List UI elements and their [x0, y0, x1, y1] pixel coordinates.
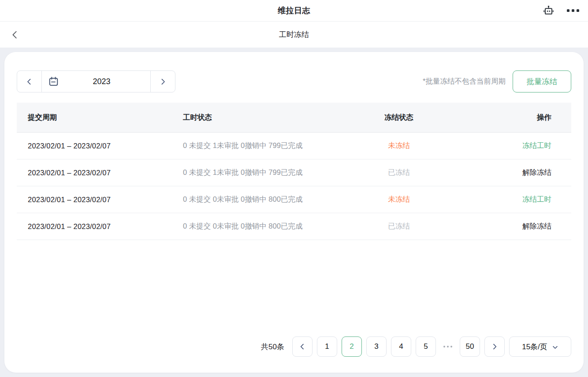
- toolbar-right: *批量冻结不包含当前周期 批量冻结: [423, 70, 571, 92]
- batch-freeze-note: *批量冻结不包含当前周期: [423, 77, 506, 86]
- status-cell: 0 未提交 1未审批 0撤销中 799已完成: [183, 141, 348, 151]
- page-button-1[interactable]: 1: [317, 336, 337, 357]
- freeze-action-link[interactable]: 冻结工时: [450, 141, 571, 151]
- year-display[interactable]: 2023: [42, 71, 150, 92]
- unfreeze-action-link[interactable]: 解除冻结: [450, 222, 571, 231]
- freeze-status-badge: 已冻结: [348, 222, 450, 231]
- year-prev-button[interactable]: [17, 71, 42, 92]
- page-nav-bar: 工时冻结: [0, 22, 588, 48]
- col-header-action: 操作: [450, 113, 571, 122]
- page-size-value: 15条/页: [522, 342, 547, 352]
- page-button-5[interactable]: 5: [416, 336, 436, 357]
- more-icon[interactable]: [567, 9, 579, 12]
- app-title: 维拉日志: [278, 5, 310, 16]
- period-cell: 2023/02/01 – 2023/02/07: [28, 169, 183, 177]
- freeze-status-badge: 未冻结: [348, 195, 450, 204]
- table-row: 2023/02/01 – 2023/02/07 0 未提交 1未审批 0撤销中 …: [17, 133, 571, 159]
- status-cell: 0 未提交 0未审批 0撤销中 800已完成: [183, 195, 348, 204]
- calendar-icon: [48, 76, 59, 87]
- col-header-freeze-status: 冻结状态: [348, 113, 450, 122]
- period-cell: 2023/02/01 – 2023/02/07: [28, 142, 183, 150]
- year-value: 2023: [59, 77, 144, 86]
- page-button-4[interactable]: 4: [391, 336, 411, 357]
- page-button-2-active[interactable]: 2: [342, 336, 362, 357]
- year-next-button[interactable]: [150, 71, 175, 92]
- pages-ellipsis-icon[interactable]: [440, 346, 455, 347]
- app-title-bar: 维拉日志: [0, 0, 588, 22]
- table-row: 2023/02/01 – 2023/02/07 0 未提交 0未审批 0撤销中 …: [17, 186, 571, 213]
- next-page-button[interactable]: [484, 336, 505, 357]
- appbar-actions: [543, 0, 579, 21]
- period-cell: 2023/02/01 – 2023/02/07: [28, 222, 183, 231]
- freeze-table: 提交周期 工时状态 冻结状态 操作 2023/02/01 – 2023/02/0…: [17, 103, 571, 240]
- robot-icon[interactable]: [543, 5, 555, 17]
- table-row: 2023/02/01 – 2023/02/07 0 未提交 0未审批 0撤销中 …: [17, 213, 571, 240]
- page-title: 工时冻结: [279, 30, 309, 40]
- freeze-card: 2023 *批量冻结不包含当前周期 批量冻结 提交周期 工时状态 冻结状态 操作: [4, 52, 584, 373]
- freeze-status-badge: 未冻结: [348, 141, 450, 151]
- period-cell: 2023/02/01 – 2023/02/07: [28, 196, 183, 204]
- freeze-status-badge: 已冻结: [348, 168, 450, 177]
- status-cell: 0 未提交 0未审批 0撤销中 800已完成: [183, 222, 348, 231]
- page-button-3[interactable]: 3: [366, 336, 387, 357]
- col-header-status: 工时状态: [183, 113, 348, 122]
- col-header-period: 提交周期: [28, 113, 183, 122]
- chevron-down-icon: [552, 344, 558, 351]
- year-picker: 2023: [17, 70, 175, 92]
- batch-freeze-button[interactable]: 批量冻结: [513, 70, 571, 92]
- table-header-row: 提交周期 工时状态 冻结状态 操作: [17, 103, 571, 133]
- page-button-last[interactable]: 50: [460, 336, 480, 357]
- table-row: 2023/02/01 – 2023/02/07 0 未提交 1未审批 0撤销中 …: [17, 159, 571, 186]
- unfreeze-action-link[interactable]: 解除冻结: [450, 168, 571, 177]
- prev-page-button[interactable]: [292, 336, 313, 357]
- freeze-action-link[interactable]: 冻结工时: [450, 195, 571, 204]
- pagination: 共50条 1 2 3 4 5 50 15条/页: [17, 336, 571, 357]
- status-cell: 0 未提交 1未审批 0撤销中 799已完成: [183, 168, 348, 177]
- page-body: 2023 *批量冻结不包含当前周期 批量冻结 提交周期 工时状态 冻结状态 操作: [0, 48, 588, 377]
- total-count-label: 共50条: [261, 342, 284, 352]
- back-chevron-icon[interactable]: [5, 22, 25, 48]
- toolbar: 2023 *批量冻结不包含当前周期 批量冻结: [17, 70, 571, 92]
- page-size-select[interactable]: 15条/页: [509, 336, 571, 357]
